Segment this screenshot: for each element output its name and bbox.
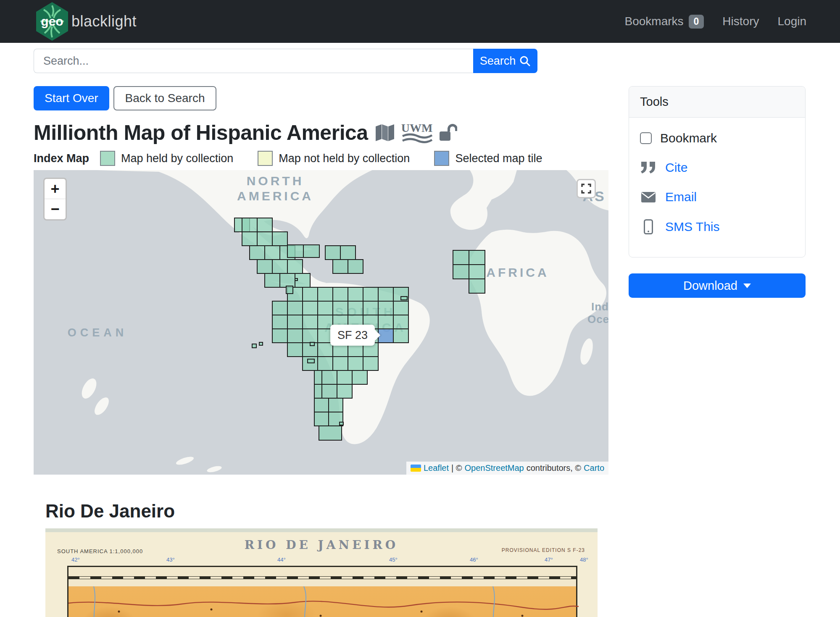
- email-link[interactable]: Email: [665, 190, 697, 204]
- map-tile[interactable]: [348, 357, 363, 370]
- index-map[interactable]: NORTHAMERICASOUTHAMERICAAFRICAOCEANASInd…: [34, 170, 608, 475]
- map-tile[interactable]: [272, 315, 287, 329]
- map-tile[interactable]: [242, 218, 257, 232]
- map-tile[interactable]: [286, 286, 293, 294]
- cite-link[interactable]: Cite: [665, 160, 687, 175]
- map-tile[interactable]: [259, 342, 263, 345]
- map-tile[interactable]: [325, 246, 340, 260]
- download-button[interactable]: Download: [629, 273, 806, 298]
- search-input[interactable]: [34, 49, 473, 73]
- map-tile[interactable]: [348, 260, 363, 273]
- landmass-antarctic-island-2: [206, 465, 222, 473]
- map-tile[interactable]: [310, 342, 314, 346]
- map-tile[interactable]: [333, 260, 348, 273]
- map-tile[interactable]: [252, 344, 256, 348]
- map-tile[interactable]: [287, 260, 303, 273]
- map-tile[interactable]: [363, 301, 378, 315]
- legend-label-held: Map held by collection: [121, 152, 233, 165]
- legend-label-not-held: Map not held by collection: [279, 152, 410, 165]
- map-tile[interactable]: [272, 260, 287, 273]
- map-tile[interactable]: [303, 245, 319, 257]
- map-tile[interactable]: [363, 287, 378, 301]
- map-tile[interactable]: [337, 370, 352, 384]
- map-tile[interactable]: [333, 287, 348, 301]
- map-tile[interactable]: [314, 398, 329, 412]
- map-tile[interactable]: [378, 287, 393, 301]
- map-tile[interactable]: [318, 301, 333, 315]
- map-tile[interactable]: [257, 232, 272, 246]
- nav-login[interactable]: Login: [777, 15, 806, 28]
- fullscreen-button[interactable]: [577, 179, 596, 198]
- map-tile[interactable]: [401, 297, 407, 300]
- zoom-out-button[interactable]: −: [45, 199, 66, 219]
- back-to-search-button[interactable]: Back to Search: [113, 86, 217, 110]
- map-tile[interactable]: [242, 232, 257, 246]
- map-tile[interactable]: [340, 246, 355, 260]
- map-tile[interactable]: [265, 273, 280, 287]
- map-tile[interactable]: [363, 357, 378, 370]
- leaflet-link[interactable]: Leaflet: [424, 463, 449, 473]
- app-logo[interactable]: geo blacklight: [34, 1, 137, 42]
- map-tile[interactable]: [303, 301, 318, 315]
- nav-history[interactable]: History: [722, 15, 759, 28]
- map-tile[interactable]: [257, 260, 272, 273]
- bookmark-checkbox[interactable]: [640, 132, 652, 144]
- zoom-in-button[interactable]: +: [45, 179, 66, 199]
- map-tile[interactable]: [314, 370, 322, 384]
- map-tile[interactable]: [303, 287, 318, 301]
- map-tile-selected[interactable]: [378, 329, 393, 343]
- search-button[interactable]: Search: [473, 49, 537, 73]
- map-tile[interactable]: [453, 250, 469, 265]
- map-tile[interactable]: [469, 279, 485, 293]
- carto-link[interactable]: Carto: [584, 463, 604, 473]
- map-tile[interactable]: [340, 422, 343, 425]
- map-tile[interactable]: [272, 301, 287, 315]
- map-tile[interactable]: [393, 301, 408, 315]
- map-tile[interactable]: [469, 250, 485, 265]
- map-tile[interactable]: [303, 315, 318, 329]
- map-tile[interactable]: [318, 287, 333, 301]
- map-tile[interactable]: [257, 218, 272, 232]
- map-tile[interactable]: [333, 357, 348, 370]
- osm-link[interactable]: OpenStreetMap: [465, 463, 524, 473]
- bookmarks-count-badge: 0: [689, 15, 704, 29]
- start-over-button[interactable]: Start Over: [34, 86, 109, 110]
- map-tile[interactable]: [295, 278, 298, 281]
- map-tile[interactable]: [348, 301, 363, 315]
- svg-text:geo: geo: [41, 14, 63, 28]
- map-tile[interactable]: [265, 246, 280, 260]
- map-tile[interactable]: [319, 426, 342, 440]
- map-tile[interactable]: [322, 370, 337, 384]
- map-tile[interactable]: [337, 384, 352, 398]
- map-tile[interactable]: [348, 287, 363, 301]
- map-tile[interactable]: [314, 384, 322, 398]
- map-tile[interactable]: [333, 301, 348, 315]
- map-tile[interactable]: [378, 301, 393, 315]
- map-tile[interactable]: [318, 357, 333, 370]
- map-tile[interactable]: [280, 273, 295, 287]
- map-tile[interactable]: [287, 315, 303, 329]
- nav-bookmarks[interactable]: Bookmarks 0: [625, 15, 704, 29]
- map-tile[interactable]: [393, 329, 408, 343]
- landmass-madagascar: [578, 337, 595, 366]
- map-tile[interactable]: [453, 265, 469, 279]
- map-tile[interactable]: [308, 359, 314, 363]
- map-tile[interactable]: [287, 343, 303, 357]
- map-tile[interactable]: [303, 329, 318, 343]
- map-tile[interactable]: [287, 329, 303, 343]
- map-tile[interactable]: [318, 343, 333, 357]
- map-tile[interactable]: [287, 245, 303, 257]
- map-tile[interactable]: [272, 329, 287, 343]
- map-tile[interactable]: [393, 315, 408, 329]
- map-tile[interactable]: [272, 232, 287, 246]
- map-tile[interactable]: [322, 384, 337, 398]
- map-tile[interactable]: [287, 301, 303, 315]
- sms-link[interactable]: SMS This: [665, 220, 719, 234]
- map-tile[interactable]: [303, 357, 318, 370]
- map-tile[interactable]: [378, 315, 393, 329]
- map-tile[interactable]: [352, 370, 367, 384]
- map-tile[interactable]: [250, 246, 265, 260]
- map-tile[interactable]: [329, 398, 343, 412]
- map-tile[interactable]: [314, 412, 329, 426]
- map-tile[interactable]: [469, 265, 485, 279]
